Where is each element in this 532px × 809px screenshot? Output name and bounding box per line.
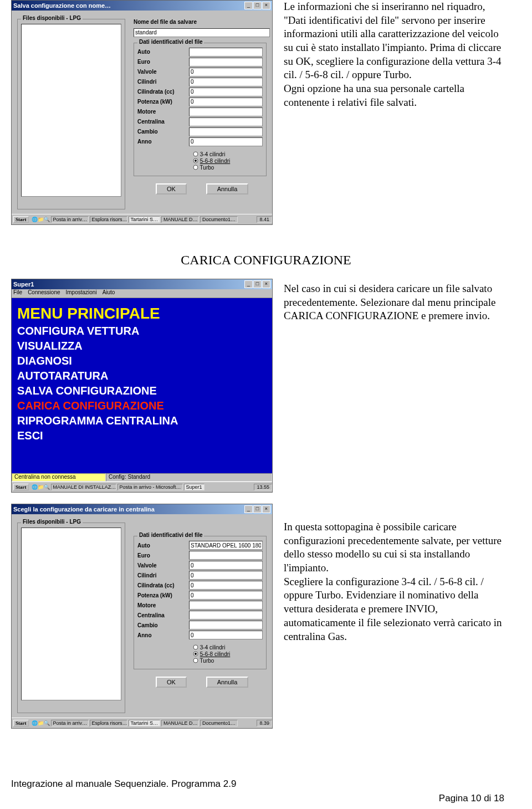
- fld-cambio-input[interactable]: [189, 621, 263, 629]
- paragraph-1: Le informazioni che si inseriranno nel r…: [273, 0, 521, 110]
- radio-34[interactable]: 3-4 cilindri: [193, 151, 263, 157]
- minimize-icon[interactable]: _: [244, 280, 253, 288]
- fld-cilindri-input[interactable]: [189, 78, 263, 86]
- status-config: Config: Standard: [106, 473, 272, 482]
- system-tray: 13.55: [254, 484, 272, 490]
- fld-euro-label: Euro: [137, 59, 189, 65]
- task-item[interactable]: Tartarini S…: [129, 720, 161, 726]
- fld-cilindrata-label: Cilindrata (cc): [137, 89, 189, 95]
- svg-point-0: [193, 152, 198, 156]
- menu-item[interactable]: ESCI: [17, 429, 272, 442]
- fld-valvole-label: Valvole: [137, 69, 189, 75]
- svg-point-4: [193, 645, 198, 649]
- fld-cambio-input[interactable]: [189, 127, 263, 136]
- fld-euro-input[interactable]: [189, 551, 263, 560]
- svg-point-2: [195, 160, 197, 162]
- idfile-title: Dati identificativi del file: [137, 39, 204, 45]
- close-icon[interactable]: ×: [262, 280, 270, 288]
- fld-valvole-input[interactable]: [189, 68, 263, 76]
- menu-item[interactable]: DIAGNOSI: [17, 355, 272, 367]
- files-listbox[interactable]: [21, 24, 121, 197]
- start-button[interactable]: Start: [13, 216, 29, 223]
- fld-anno-input[interactable]: [189, 137, 263, 146]
- ok-button[interactable]: OK: [156, 183, 187, 194]
- fld-cambio-label: Cambio: [137, 129, 189, 135]
- group-files-label: Files disponibili - LPG: [21, 519, 83, 525]
- task-item[interactable]: MANUALE DI INSTALLAZ…: [51, 484, 116, 490]
- minimize-icon[interactable]: _: [244, 2, 253, 9]
- radio-34[interactable]: 3-4 cilindri: [193, 644, 263, 651]
- fld-auto-input[interactable]: [189, 48, 263, 57]
- load-config-dialog: Scegli la configurazione da caricare in …: [11, 504, 273, 729]
- task-item[interactable]: Esplora risors…: [90, 720, 127, 726]
- system-tray: 8.41: [257, 216, 272, 223]
- fld-cilindrata-input[interactable]: [189, 581, 263, 590]
- fld-auto-label: Auto: [137, 542, 189, 549]
- fld-centralina-input[interactable]: [189, 611, 263, 619]
- fld-euro-input[interactable]: [189, 58, 263, 66]
- fld-auto-label: Auto: [137, 49, 189, 55]
- menu-item[interactable]: CONFIGURA VETTURA: [17, 325, 272, 337]
- system-tray: 8.39: [257, 720, 272, 726]
- fld-cambio-label: Cambio: [137, 622, 189, 628]
- main-menu-window: Super1 _ □ × FileConnessioneImpostazioni…: [11, 279, 273, 493]
- menu-item-selected[interactable]: CARICA CONFIGURAZIONE: [17, 400, 272, 412]
- paragraph-2: Nel caso in cui si desidera caricare un …: [273, 279, 521, 323]
- menu-item[interactable]: AUTOTARATURA: [17, 370, 272, 382]
- fld-motore-input[interactable]: [189, 107, 263, 116]
- radio-568[interactable]: 5-6-8 cilindri: [193, 651, 263, 657]
- task-item[interactable]: MANUALE D…: [161, 720, 199, 726]
- cancel-button[interactable]: Annulla: [206, 183, 249, 194]
- task-item[interactable]: MANUALE D…: [161, 216, 199, 223]
- cancel-button[interactable]: Annulla: [206, 677, 249, 688]
- maximize-icon[interactable]: □: [253, 505, 262, 513]
- idfile-title: Dati identificativi del file: [137, 532, 204, 538]
- fld-potenza-input[interactable]: [189, 591, 263, 600]
- task-item[interactable]: Tartarini S…: [129, 216, 161, 223]
- fld-centralina-label: Centralina: [137, 612, 189, 618]
- fld-cilindri-label: Cilindri: [137, 79, 189, 85]
- task-item[interactable]: Super1: [184, 484, 204, 490]
- start-button[interactable]: Start: [13, 484, 29, 490]
- save-config-dialog: Salva configurazione con nome… _ □ × Fil…: [11, 0, 273, 225]
- task-item[interactable]: Posta in arriv…: [51, 216, 89, 223]
- files-listbox[interactable]: [21, 528, 121, 700]
- fld-anno-label: Anno: [137, 632, 189, 638]
- fld-valvole-input[interactable]: [189, 561, 263, 570]
- fld-potenza-input[interactable]: [189, 98, 263, 106]
- close-icon[interactable]: ×: [262, 2, 270, 9]
- menu-bar[interactable]: FileConnessioneImpostazioniAiuto: [12, 289, 272, 298]
- close-icon[interactable]: ×: [262, 505, 270, 513]
- menu-item[interactable]: SALVA CONFIGURAZIONE: [17, 385, 272, 397]
- fld-cilindri-input[interactable]: [189, 571, 263, 580]
- fld-cilindrata-label: Cilindrata (cc): [137, 582, 189, 588]
- maximize-icon[interactable]: □: [253, 280, 262, 288]
- dialog1-title: Salva configurazione con nome…: [13, 2, 244, 9]
- group-files-label: Files disponibili - LPG: [21, 15, 83, 21]
- fld-motore-label: Motore: [137, 602, 189, 608]
- menu-item[interactable]: VISUALIZZA: [17, 340, 272, 352]
- radio-568[interactable]: 5-6-8 cilindri: [193, 158, 263, 164]
- filename-input[interactable]: [134, 28, 270, 37]
- menu-heading: MENU PRINCIPALE: [17, 298, 272, 322]
- task-item[interactable]: Posta in arriv…: [51, 720, 89, 726]
- fld-motore-input[interactable]: [189, 601, 263, 610]
- task-item[interactable]: Esplora risors…: [90, 216, 127, 223]
- task-item[interactable]: Documento1…: [200, 216, 238, 223]
- menu-item[interactable]: RIPROGRAMMA CENTRALINA: [17, 414, 272, 427]
- maximize-icon[interactable]: □: [253, 2, 262, 9]
- ok-button[interactable]: OK: [156, 677, 187, 688]
- fld-auto-input[interactable]: [189, 541, 263, 550]
- footer-left: Integrazione al manuale Sequenziale. Pro…: [11, 779, 236, 789]
- radio-turbo[interactable]: Turbo: [193, 165, 263, 171]
- fld-anno-input[interactable]: [189, 631, 263, 639]
- fld-euro-label: Euro: [137, 552, 189, 559]
- fld-cilindrata-input[interactable]: [189, 88, 263, 96]
- paragraph-3: In questa sottopagina è possibile carica…: [273, 504, 521, 643]
- start-button[interactable]: Start: [13, 720, 29, 726]
- task-item[interactable]: Documento1…: [200, 720, 238, 726]
- fld-centralina-input[interactable]: [189, 117, 263, 126]
- minimize-icon[interactable]: _: [244, 505, 253, 513]
- task-item[interactable]: Posta in arrivo - Microsoft…: [117, 484, 183, 490]
- radio-turbo[interactable]: Turbo: [193, 658, 263, 664]
